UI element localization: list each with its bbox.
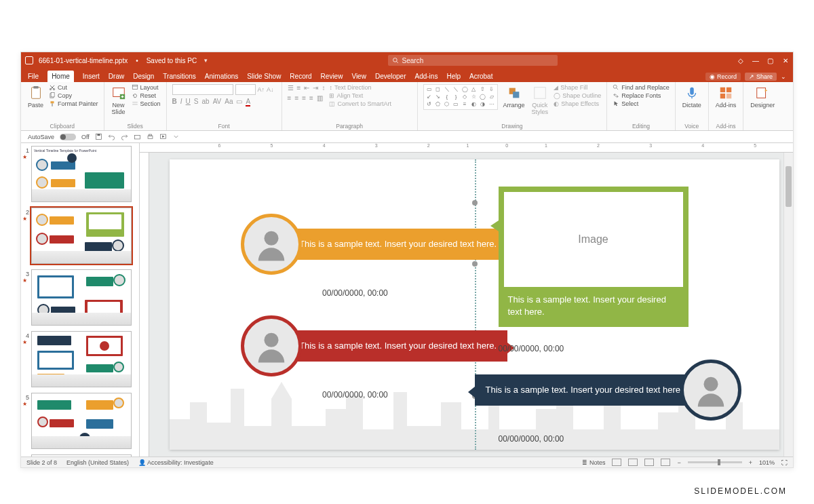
- bold-button[interactable]: B: [172, 98, 177, 105]
- slideshow-view-icon[interactable]: [661, 459, 670, 466]
- line-spacing-button[interactable]: ↕: [322, 84, 325, 92]
- thumbnail-slide-5[interactable]: [31, 393, 132, 449]
- font-family-select[interactable]: [172, 84, 233, 95]
- tab-help[interactable]: Help: [446, 73, 461, 82]
- increase-font-icon[interactable]: A↑: [258, 86, 265, 93]
- smartart-button[interactable]: ◫ Convert to SmartArt: [329, 100, 391, 107]
- notes-button[interactable]: ≣ Notes: [582, 459, 605, 466]
- highlight-button[interactable]: ▭: [236, 98, 242, 105]
- tab-home[interactable]: Home: [47, 71, 74, 82]
- designer-button[interactable]: Designer: [749, 84, 776, 110]
- tab-animations[interactable]: Animations: [205, 73, 238, 82]
- timeline-item-3[interactable]: This is a sample text. Insert your desir…: [488, 360, 741, 421]
- timeline-item-image[interactable]: Image This is a sample text. Insert your…: [499, 187, 689, 327]
- align-right-button[interactable]: ≡: [302, 94, 306, 102]
- maximize-icon[interactable]: ▢: [767, 57, 774, 64]
- quick-styles-button[interactable]: Quick Styles: [530, 84, 550, 117]
- slide-stage[interactable]: This is a sample text. Insert your desir…: [149, 153, 793, 457]
- numbering-button[interactable]: ≡: [297, 84, 301, 92]
- new-slide-button[interactable]: New Slide: [110, 84, 128, 117]
- zoom-in-button[interactable]: +: [749, 459, 752, 466]
- save-icon[interactable]: [95, 133, 102, 140]
- thumbnail-slide-1[interactable]: Vertical Timeline Template for PowerPoin…: [31, 146, 132, 202]
- tab-review[interactable]: Review: [321, 73, 343, 82]
- minimize-icon[interactable]: —: [752, 57, 759, 64]
- qat-more-icon[interactable]: [172, 133, 180, 140]
- tab-file[interactable]: File: [28, 73, 39, 82]
- print-icon[interactable]: [147, 133, 154, 140]
- shadow-button[interactable]: ab: [202, 98, 210, 105]
- italic-button[interactable]: I: [180, 98, 182, 105]
- align-left-button[interactable]: ≡: [288, 94, 292, 102]
- cut-button[interactable]: Cut: [49, 84, 98, 91]
- record-button[interactable]: ◉ Record: [705, 73, 741, 81]
- select-button[interactable]: Select: [613, 100, 670, 107]
- paste-button[interactable]: Paste: [26, 84, 45, 110]
- sorter-view-icon[interactable]: [628, 459, 638, 466]
- normal-view-icon[interactable]: [612, 459, 621, 466]
- slide-canvas[interactable]: This is a sample text. Insert your desir…: [170, 159, 779, 450]
- format-painter-button[interactable]: Format Painter: [49, 100, 98, 107]
- qat-icon[interactable]: [134, 133, 141, 140]
- timeline-item-1[interactable]: This is a sample text. Insert your desir…: [241, 214, 494, 275]
- find-replace-button[interactable]: Find and Replace: [613, 84, 670, 91]
- dictate-button[interactable]: Dictate: [681, 84, 703, 110]
- tab-record[interactable]: Record: [290, 73, 311, 82]
- image-placeholder[interactable]: Image: [504, 192, 683, 287]
- strike-button[interactable]: S: [194, 98, 199, 105]
- slide-counter[interactable]: Slide 2 of 8: [26, 459, 57, 466]
- autosave-toggle[interactable]: [60, 134, 76, 140]
- case-button[interactable]: Aa: [225, 98, 233, 105]
- reading-view-icon[interactable]: [644, 459, 654, 466]
- addins-button[interactable]: Add-ins: [714, 84, 738, 110]
- redo-icon[interactable]: [121, 133, 128, 140]
- zoom-out-button[interactable]: −: [677, 459, 680, 466]
- shapes-gallery[interactable]: ▭◻＼＼◯△⇧⇩ ↙↘{}◇☆◯▱ ↺⬠⬡▭≡◐◑⋯: [423, 84, 498, 110]
- tab-transitions[interactable]: Transitions: [163, 73, 196, 82]
- thumbnail-slide-4[interactable]: [31, 331, 132, 387]
- section-button[interactable]: Section: [132, 100, 161, 107]
- thumbnail-slide-6[interactable]: [31, 454, 132, 457]
- decrease-font-icon[interactable]: A↓: [267, 86, 274, 93]
- chevron-down-icon[interactable]: ▾: [204, 57, 208, 64]
- reset-button[interactable]: Reset: [132, 92, 161, 99]
- thumbnail-slide-3[interactable]: [31, 269, 132, 326]
- arrange-button[interactable]: Arrange: [502, 84, 526, 110]
- indent-inc-button[interactable]: ⇥: [313, 84, 318, 92]
- tab-draw[interactable]: Draw: [109, 73, 124, 82]
- shape-outline-button[interactable]: ◯ Shape Outline: [554, 92, 601, 99]
- undo-icon[interactable]: [108, 133, 115, 140]
- spacing-button[interactable]: AV: [213, 98, 222, 105]
- timeline-item-2[interactable]: This is a sample text. Insert your desir…: [241, 315, 494, 376]
- copy-button[interactable]: Copy: [49, 92, 98, 99]
- tab-addins[interactable]: Add-ins: [415, 73, 438, 82]
- align-text-button[interactable]: ⊞ Align Text: [329, 92, 391, 99]
- vertical-scrollbar[interactable]: [783, 153, 793, 457]
- fit-to-window-icon[interactable]: ⛶: [781, 459, 788, 466]
- align-center-button[interactable]: ≡: [294, 94, 298, 102]
- accessibility-status[interactable]: 👤 Accessibility: Investigate: [138, 459, 214, 466]
- tab-acrobat[interactable]: Acrobat: [469, 73, 492, 82]
- replace-fonts-button[interactable]: Replace Fonts: [613, 92, 670, 99]
- tab-slideshow[interactable]: Slide Show: [247, 73, 281, 82]
- tab-developer[interactable]: Developer: [375, 73, 406, 82]
- bullets-button[interactable]: ☰: [288, 84, 294, 92]
- slideshow-icon[interactable]: [159, 133, 167, 140]
- zoom-level[interactable]: 101%: [759, 459, 775, 466]
- thumbnail-slide-2[interactable]: [31, 208, 132, 264]
- search-box[interactable]: Search: [388, 55, 558, 66]
- language-status[interactable]: English (United States): [66, 459, 129, 466]
- close-icon[interactable]: ✕: [782, 57, 789, 64]
- justify-button[interactable]: ≡: [309, 94, 313, 102]
- layout-button[interactable]: Layout: [132, 84, 161, 91]
- zoom-slider[interactable]: [688, 461, 742, 463]
- columns-button[interactable]: ▥: [317, 94, 323, 102]
- shape-effects-button[interactable]: ◐ Shape Effects: [554, 100, 601, 107]
- tab-insert[interactable]: Insert: [83, 73, 100, 82]
- slide-thumbnail-panel[interactable]: 1★ Vertical Timeline Template for PowerP…: [21, 143, 140, 457]
- font-size-select[interactable]: [235, 84, 256, 95]
- font-color-button[interactable]: A: [246, 98, 250, 105]
- shape-fill-button[interactable]: ◢ Shape Fill: [554, 84, 601, 91]
- ribbon-collapse-icon[interactable]: ⌄: [781, 73, 786, 80]
- tab-view[interactable]: View: [351, 73, 366, 82]
